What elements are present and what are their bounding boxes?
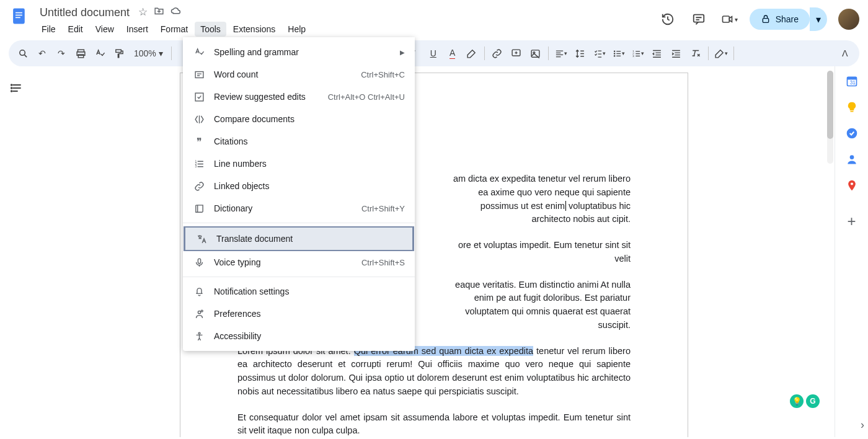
bulleted-list-icon[interactable]: ▾ (609, 44, 628, 63)
dd-wordcount[interactable]: Word count Ctrl+Shift+C (183, 63, 415, 86)
dd-review[interactable]: Review suggested edits Ctrl+Alt+O Ctrl+A… (183, 86, 415, 108)
dd-compare[interactable]: Compare documents (183, 108, 415, 130)
accessibility-icon (193, 330, 205, 342)
move-icon[interactable] (154, 6, 164, 20)
doc-title[interactable]: Untitled document (36, 5, 133, 20)
redo-icon[interactable]: ↷ (52, 44, 71, 63)
svg-rect-35 (195, 93, 203, 101)
collapse-toolbar-icon[interactable]: ᐱ (836, 44, 854, 63)
preferences-icon (193, 308, 205, 320)
grammarly-g-icon[interactable]: G (806, 394, 820, 408)
expand-panel-icon[interactable]: › (861, 419, 864, 432)
dd-linenumbers[interactable]: 123 Line numbers (183, 153, 415, 175)
share-label: Share (776, 14, 799, 24)
grammarly-bulb-icon[interactable]: 💡 (790, 394, 804, 408)
title-area: Untitled document ☆ File Edit View Inser… (36, 5, 657, 37)
right-side-panel: 31 + (835, 66, 868, 437)
highlight-icon[interactable] (463, 44, 481, 63)
svg-point-26 (11, 91, 12, 92)
svg-rect-39 (198, 259, 200, 264)
outline-icon[interactable] (6, 78, 27, 99)
menu-insert[interactable]: Insert (121, 22, 154, 37)
line-spacing-icon[interactable] (571, 44, 590, 63)
numbered-list-icon[interactable]: 123▾ (629, 44, 647, 63)
dd-spelling[interactable]: Spelling and grammar ▶ (183, 41, 415, 63)
cloud-status-icon[interactable] (170, 6, 182, 20)
submenu-arrow-icon: ▶ (400, 49, 405, 56)
indent-increase-icon[interactable] (667, 44, 686, 63)
svg-rect-2 (16, 15, 22, 16)
editing-mode-icon[interactable]: ▾ (712, 44, 730, 63)
svg-rect-5 (723, 16, 730, 22)
history-icon[interactable] (657, 8, 679, 30)
keep-app-icon[interactable] (846, 101, 858, 113)
toolbar: ↶ ↷ 100% ▾ I U A ▾ ▾ ▾ 123▾ ▾ ᐱ (9, 40, 859, 66)
left-rail (0, 66, 33, 437)
link-icon[interactable] (488, 44, 507, 63)
svg-text:3: 3 (632, 54, 634, 57)
menu-edit[interactable]: Edit (63, 22, 89, 37)
svg-text:3: 3 (195, 165, 197, 168)
menubar: File Edit View Insert Format Tools Exten… (36, 22, 657, 37)
svg-rect-30 (850, 111, 853, 112)
svg-point-17 (614, 55, 616, 57)
text-color-icon[interactable]: A (443, 44, 462, 63)
dd-translate[interactable]: Translate document (184, 226, 414, 251)
scrollbar[interactable] (827, 71, 833, 164)
zoom-select[interactable]: 100% ▾ (129, 48, 168, 58)
svg-point-32 (849, 155, 854, 159)
align-icon[interactable]: ▾ (552, 44, 570, 63)
linked-icon (193, 180, 205, 192)
dd-linked[interactable]: Linked objects (183, 175, 415, 197)
add-addon-icon[interactable]: + (847, 213, 856, 230)
print-icon[interactable] (71, 44, 90, 63)
svg-point-42 (198, 332, 200, 334)
calendar-app-icon[interactable]: 31 (846, 75, 858, 87)
share-dropdown[interactable]: ▾ (810, 7, 827, 31)
bell-icon (193, 285, 205, 298)
spellcheck-icon[interactable] (91, 44, 109, 63)
menu-extensions[interactable]: Extensions (228, 22, 281, 37)
account-avatar[interactable] (838, 9, 859, 30)
menu-help[interactable]: Help (282, 22, 311, 37)
tasks-app-icon[interactable] (846, 127, 858, 140)
dd-voice[interactable]: Voice typing Ctrl+Shift+S (183, 251, 415, 273)
menu-file[interactable]: File (36, 22, 61, 37)
linenumbers-icon: 123 (193, 157, 205, 170)
spellcheck-icon (193, 46, 205, 58)
wordcount-icon (193, 68, 205, 81)
docs-app-icon[interactable] (9, 5, 31, 27)
grammarly-widget[interactable]: 💡 G (790, 394, 820, 408)
search-icon[interactable] (14, 44, 32, 63)
undo-icon[interactable]: ↶ (33, 44, 51, 63)
underline-icon[interactable]: U (424, 44, 443, 63)
dd-citations[interactable]: ❞ Citations (183, 130, 415, 153)
maps-app-icon[interactable] (846, 179, 858, 192)
paint-format-icon[interactable] (110, 44, 128, 63)
star-icon[interactable]: ☆ (138, 6, 148, 20)
image-icon[interactable] (526, 44, 545, 63)
add-comment-icon[interactable] (507, 44, 526, 63)
share-button[interactable]: Share (750, 9, 810, 30)
compare-icon (193, 113, 205, 125)
dd-notifications[interactable]: Notification settings (183, 280, 415, 303)
svg-rect-6 (763, 19, 768, 23)
indent-decrease-icon[interactable] (648, 44, 666, 63)
menu-tools[interactable]: Tools (195, 22, 226, 37)
dictionary-icon (193, 202, 205, 215)
svg-point-24 (11, 84, 12, 86)
checklist-icon[interactable]: ▾ (590, 44, 609, 63)
document-area[interactable]: am dicta ex expedita tenetur vel rerum l… (33, 66, 835, 437)
dd-dictionary[interactable]: Dictionary Ctrl+Shift+Y (183, 197, 415, 220)
comments-icon[interactable] (688, 8, 710, 30)
meet-icon[interactable]: ▾ (719, 8, 741, 30)
clear-format-icon[interactable] (686, 44, 705, 63)
svg-text:31: 31 (849, 79, 856, 86)
menu-view[interactable]: View (90, 22, 120, 37)
contacts-app-icon[interactable] (846, 153, 858, 166)
svg-point-25 (11, 87, 12, 89)
menu-format[interactable]: Format (155, 22, 193, 37)
dd-preferences[interactable]: Preferences (183, 303, 415, 325)
dd-accessibility[interactable]: Accessibility (183, 325, 415, 347)
tools-dropdown: Spelling and grammar ▶ Word count Ctrl+S… (183, 37, 415, 351)
